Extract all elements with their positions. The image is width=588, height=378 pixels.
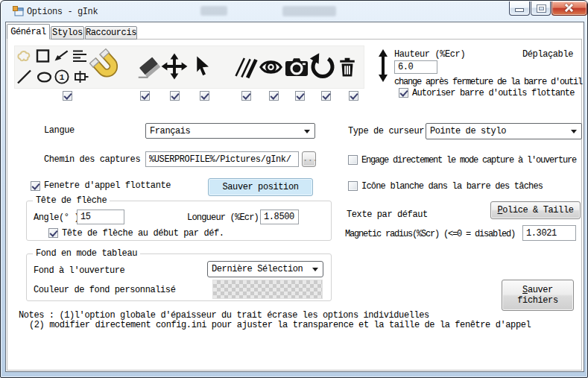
floating-launcher-label: Fenetre d'appel flottante [44,181,171,191]
tab-stylos-label: Stylos [52,28,83,38]
save-files-accel: S [522,285,528,295]
window-title: Options - gInk [27,7,98,17]
cursor-type-label: Type de curseur [348,127,424,136]
updown-arrow-icon [376,48,390,83]
board-group-title: Fond en mode tableau [33,248,140,259]
length-label: Longueur (%Ecr) [187,213,259,223]
white-icon-checkbox[interactable] [348,181,358,191]
height-change-note: change après fermeture de la barre d'out… [394,78,582,87]
tool-checkbox-pointer[interactable] [200,91,209,101]
measure-tool-icon [71,68,89,86]
magnetic-radius-label: Magnetic radius(%Scr) (<=0 = disabled) [345,230,515,239]
magnet-icon [89,47,124,86]
white-icon-label: Icône blanche dans la barre des tâches [361,182,543,192]
maximize-button[interactable] [531,1,551,16]
height-label: Hauteur (%Ecr) [394,50,465,60]
custom-color-swatch[interactable] [212,280,323,299]
tab-general[interactable]: Général [7,24,50,40]
allow-floating-checkbox[interactable] [399,88,408,98]
language-select[interactable]: Français [145,123,315,139]
angle-label: Angle(° ) [34,213,79,223]
chevron-down-icon [312,268,318,271]
save-position-button[interactable]: Sauver position [208,178,313,196]
svg-text:1: 1 [60,73,65,82]
pointer-tool-icon [191,50,215,83]
tool-checkbox-undo[interactable] [321,91,331,101]
arrowhead-group-title: Tête de flèche [33,195,110,206]
tab-raccourcis[interactable]: Raccourcis [85,26,137,40]
board-open-selected-value: Dernière Sélection [212,264,303,274]
tool-checkbox-clear[interactable] [349,91,358,101]
snapshot-camera-icon [282,53,311,81]
movable-label: Déplaçable [522,50,573,60]
captures-path-label: Chemin des captures [44,155,140,165]
line-tool-icon [14,68,34,86]
arrowhead-default-checkbox[interactable] [48,228,58,238]
tool-checkbox-eraser[interactable] [140,91,150,101]
visibility-eye-icon [257,55,285,79]
ellipse-tool-icon [34,69,54,86]
minimize-button[interactable] [509,1,530,16]
board-open-label: Fond à l'ouverture [34,266,124,276]
maximize-icon [537,5,546,12]
font-size-button[interactable]: Police & Taille [490,201,581,219]
close-button[interactable] [551,1,587,16]
save-files-label-1: auver [528,285,553,295]
allow-floating-label: Autoriser barre d'outils flottante [412,89,575,98]
text-tool-icon [71,47,89,65]
minimize-icon [516,9,523,11]
board-open-select[interactable]: Dernière Sélection [207,261,323,277]
language-label: Langue [44,126,75,136]
tool-checkbox-visibility[interactable] [269,91,279,101]
direct-capture-checkbox[interactable] [348,155,358,165]
titlebar[interactable]: Options - gInk [1,1,587,22]
length-input[interactable] [260,210,299,224]
app-icon [13,6,24,16]
eraser-icon [136,49,162,84]
arrow-tool-icon [52,48,70,65]
undo-icon [309,51,337,83]
tab-raccourcis-label: Raccourcis [86,28,136,38]
options-dialog: Options - gInk Général Stylos Raccourcis… [0,0,588,378]
chevron-down-icon [304,130,310,133]
magnetic-radius-input[interactable] [522,225,576,241]
angle-input[interactable] [77,210,124,224]
titlebar-artifact [200,6,227,16]
tool-checkbox-snapshot[interactable] [295,91,305,101]
notes-line-2: (2) modifier directement config.ini pour… [29,321,531,330]
tool-checkbox-move[interactable] [170,91,180,101]
chevron-down-icon [571,130,577,133]
freehand-lasso-icon [15,48,33,65]
font-size-button-label: olice & Taille [502,205,573,215]
default-text-label: Texte par défaut [347,210,428,220]
trash-clear-icon [336,51,358,83]
save-files-button[interactable]: Sauver fichiers [502,280,574,311]
height-input[interactable] [394,60,437,74]
tab-stylos[interactable]: Stylos [51,26,84,40]
captures-path-input[interactable] [145,151,299,167]
number-marker-icon: 1 [53,67,71,86]
tool-checkbox-pens[interactable] [63,91,72,101]
direct-capture-label: Engage directement le mode capture à l'o… [361,156,576,166]
tool-checkbox-hatching[interactable] [241,91,251,101]
titlebar-artifact [282,6,336,16]
cursor-type-selected-value: Pointe de stylo [430,126,506,136]
hatching-pen-icon [233,51,259,83]
cursor-type-select[interactable]: Pointe de stylo [426,123,582,139]
browse-button[interactable]: ... [302,151,316,167]
floating-launcher-checkbox[interactable] [31,181,40,191]
tab-general-label: Général [10,27,46,37]
arrowhead-default-label: Tête de flèche au début par déf. [62,229,224,239]
close-icon [564,3,574,13]
custom-color-label: Couleur de fond personnalisé [34,286,175,295]
save-files-label-2: fichiers [502,295,573,306]
language-selected-value: Français [150,126,190,136]
move-tool-icon [161,50,188,83]
rectangle-tool-icon [34,47,52,66]
